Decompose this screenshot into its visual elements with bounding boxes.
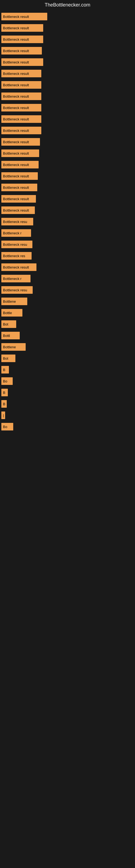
bar-25: Bottlene: [1, 298, 27, 305]
bar-label-13: Bottleneck result: [3, 163, 29, 167]
bar-row: Bottleneck result: [1, 93, 134, 100]
bar-label-29: Bottlene: [3, 345, 16, 349]
bar-33: B: [1, 389, 8, 396]
bar-label-19: Bottleneck r: [3, 231, 21, 235]
bar-row: Bottleneck result: [1, 70, 134, 77]
bar-20: Bottleneck resu: [1, 241, 32, 248]
bar-row: Bottleneck resu: [1, 218, 134, 225]
bar-row: Bo: [1, 377, 134, 385]
bar-9: Bottleneck result: [1, 115, 41, 123]
bar-6: Bottleneck result: [1, 81, 41, 89]
bar-label-7: Bottleneck result: [3, 94, 29, 98]
bar-1: Bottleneck result: [1, 24, 43, 32]
bar-row: Bot: [1, 320, 134, 328]
bar-27: Bot: [1, 320, 16, 328]
bar-row: B: [1, 366, 134, 373]
bar-28: Bottl: [1, 332, 20, 339]
bar-36: Bo: [1, 423, 13, 431]
bar-label-20: Bottleneck resu: [3, 243, 27, 247]
bar-row: |: [1, 411, 134, 419]
bar-23: Bottleneck r: [1, 275, 31, 282]
bar-row: Bottleneck result: [1, 150, 134, 157]
bar-label-26: Bottle: [3, 311, 12, 315]
bar-row: Bottleneck result: [1, 195, 134, 203]
bar-31: B: [1, 366, 9, 373]
bar-label-9: Bottleneck result: [3, 117, 29, 121]
bar-11: Bottleneck result: [1, 138, 40, 146]
bar-row: Bottleneck result: [1, 81, 134, 89]
bar-17: Bottleneck result: [1, 207, 35, 214]
bar-row: Bottleneck result: [1, 104, 134, 112]
bar-label-6: Bottleneck result: [3, 83, 29, 87]
bars-container: Bottleneck resultBottleneck resultBottle…: [0, 10, 135, 437]
bar-5: Bottleneck result: [1, 70, 41, 77]
bar-label-34: B: [3, 402, 5, 406]
bar-label-0: Bottleneck result: [3, 14, 29, 19]
bar-row: B: [1, 389, 134, 396]
bar-row: Bottleneck result: [1, 127, 134, 134]
bar-30: Bot: [1, 354, 15, 362]
bar-label-3: Bottleneck result: [3, 49, 29, 53]
bar-35: |: [1, 411, 5, 419]
bar-4: Bottleneck result: [1, 58, 43, 66]
bar-label-36: Bo: [3, 425, 7, 429]
bar-7: Bottleneck result: [1, 93, 41, 100]
bar-label-16: Bottleneck result: [3, 197, 29, 201]
bar-32: Bo: [1, 377, 13, 385]
bar-row: Bot: [1, 354, 134, 362]
bar-row: Bottle: [1, 309, 134, 316]
bar-row: Bo: [1, 423, 134, 431]
bar-row: Bottleneck result: [1, 207, 134, 214]
bar-29: Bottlene: [1, 343, 26, 351]
bar-label-12: Bottleneck result: [3, 151, 29, 155]
bar-row: Bottlene: [1, 343, 134, 351]
bar-label-25: Bottlene: [3, 300, 16, 304]
bar-row: Bottleneck result: [1, 58, 134, 66]
bar-label-22: Bottleneck result: [3, 265, 29, 269]
bar-3: Bottleneck result: [1, 47, 42, 55]
bar-label-18: Bottleneck resu: [3, 220, 27, 224]
bar-row: Bottleneck result: [1, 184, 134, 191]
bar-label-21: Bottleneck res: [3, 254, 25, 258]
bar-label-10: Bottleneck result: [3, 129, 29, 133]
bar-15: Bottleneck result: [1, 184, 37, 191]
bar-34: B: [1, 400, 7, 408]
bar-row: Bottleneck result: [1, 264, 134, 271]
bar-14: Bottleneck result: [1, 172, 38, 180]
bar-16: Bottleneck result: [1, 195, 36, 203]
bar-row: Bottleneck result: [1, 47, 134, 55]
bar-0: Bottleneck result: [1, 13, 47, 20]
bar-row: Bottleneck res: [1, 252, 134, 259]
bar-label-28: Bottl: [3, 334, 10, 338]
bar-label-31: B: [3, 368, 5, 372]
bar-row: Bottl: [1, 332, 134, 339]
bar-row: Bottleneck resu: [1, 241, 134, 248]
bar-label-14: Bottleneck result: [3, 174, 29, 178]
bar-label-15: Bottleneck result: [3, 186, 29, 190]
bar-label-11: Bottleneck result: [3, 140, 29, 144]
bar-row: Bottleneck result: [1, 24, 134, 32]
bar-row: Bottleneck result: [1, 13, 134, 20]
bar-label-5: Bottleneck result: [3, 72, 29, 76]
bar-row: Bottleneck result: [1, 115, 134, 123]
bar-label-2: Bottleneck result: [3, 37, 29, 41]
bar-row: Bottleneck resu: [1, 286, 134, 294]
bar-row: Bottleneck result: [1, 161, 134, 168]
bar-label-8: Bottleneck result: [3, 106, 29, 110]
bar-row: Bottleneck r: [1, 229, 134, 237]
bar-21: Bottleneck res: [1, 252, 32, 259]
bar-label-32: Bo: [3, 379, 7, 383]
bar-label-17: Bottleneck result: [3, 208, 29, 212]
bar-19: Bottleneck r: [1, 229, 31, 237]
bar-label-30: Bot: [3, 356, 8, 361]
bar-label-4: Bottleneck result: [3, 60, 29, 64]
bar-row: B: [1, 400, 134, 408]
bar-label-1: Bottleneck result: [3, 26, 29, 30]
bar-8: Bottleneck result: [1, 104, 41, 112]
bar-10: Bottleneck result: [1, 127, 41, 134]
bar-row: Bottleneck result: [1, 172, 134, 180]
bar-26: Bottle: [1, 309, 22, 316]
bar-row: Bottlene: [1, 298, 134, 305]
bar-18: Bottleneck resu: [1, 218, 33, 225]
bar-label-35: |: [3, 413, 4, 417]
